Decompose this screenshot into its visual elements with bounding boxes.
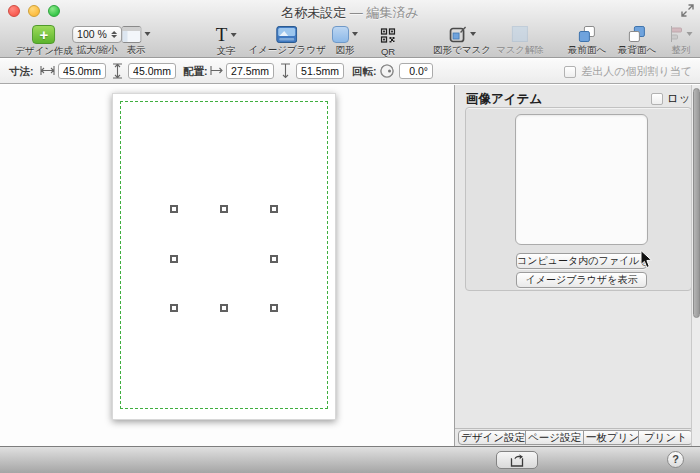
toolbar-label: 整列 <box>672 44 691 57</box>
y-position-field[interactable] <box>296 63 344 79</box>
toolbar-label: 最背面へ <box>618 44 656 57</box>
rotation-dial-icon[interactable] <box>380 64 394 78</box>
image-well[interactable] <box>515 114 648 245</box>
selection-handle-se[interactable] <box>270 304 278 312</box>
format-bar: 寸法: 配置: 回転: 差出人の個別割り当て <box>0 59 700 84</box>
x-position-field[interactable] <box>226 63 274 79</box>
margin-guide <box>120 101 328 409</box>
panel-scrollbar[interactable] <box>691 85 700 446</box>
rotation-label: 回転: <box>352 65 377 79</box>
toolbar-label: 文字 <box>216 45 235 58</box>
toolbar-label: QR <box>381 46 395 57</box>
mouse-cursor <box>640 250 653 269</box>
fullscreen-icon[interactable] <box>681 4 694 17</box>
send-to-back-icon <box>628 25 646 43</box>
chevron-down-icon <box>145 32 151 36</box>
tab-design-settings[interactable]: デザイン設定 <box>458 430 526 445</box>
toolbar-label: イメージブラウザ <box>248 44 326 57</box>
height-field[interactable] <box>128 63 176 79</box>
width-field[interactable] <box>58 63 106 79</box>
mask-shape-icon <box>448 25 467 43</box>
x-position-icon <box>210 65 223 76</box>
inspector-tabbar: デザイン設定 ページ設定 一枚プリント プリント <box>458 430 693 445</box>
position-label: 配置: <box>183 65 208 79</box>
plus-icon: + <box>32 25 55 44</box>
sender-assign-option: 差出人の個別割り当て <box>564 64 692 79</box>
toolbar-bring-to-front[interactable]: 最前面へ <box>568 25 606 57</box>
size-label: 寸法: <box>9 65 34 79</box>
toolbar-label: 最前面へ <box>568 44 606 57</box>
help-button[interactable]: ? <box>667 451 684 468</box>
toolbar-shape[interactable]: 図形 <box>332 25 358 57</box>
shape-icon <box>332 26 349 43</box>
toolbar-send-to-back[interactable]: 最背面へ <box>618 25 656 57</box>
rotation-field[interactable] <box>399 63 433 79</box>
inspector-panel: 画像アイテム ロック コンピュータ内のファイルを選択... イメージブラウザを表… <box>455 85 700 446</box>
image-browser-icon <box>277 26 298 43</box>
toolbar-align: 整列 <box>670 25 693 57</box>
scrollbar-thumb[interactable] <box>693 88 700 318</box>
chevron-down-icon <box>352 32 358 36</box>
toolbar-mask-with-shape[interactable]: 図形でマスク <box>433 25 491 57</box>
tab-page-settings[interactable]: ページ設定 <box>525 430 584 445</box>
toolbar-qr[interactable]: QR <box>381 25 396 57</box>
document-page[interactable] <box>112 93 336 420</box>
height-arrow-icon <box>112 63 123 79</box>
window-chrome: 名称未設定 — 編集済み + デザイン作成 100 % 拡大/縮小 表示 T 文… <box>0 0 700 58</box>
toolbar-image-browser[interactable]: イメージブラウザ <box>248 25 326 57</box>
toolbar-text[interactable]: T 文字 <box>216 25 237 57</box>
bottom-bar: ? <box>0 446 700 473</box>
sender-assign-checkbox <box>564 66 576 78</box>
titlebar[interactable]: 名称未設定 — 編集済み <box>0 0 700 21</box>
toolbar-label: 図形 <box>336 44 355 57</box>
toolbar-mask-release: マスク解除 <box>496 25 544 57</box>
toolbar-label: 表示 <box>127 44 146 57</box>
lock-checkbox[interactable] <box>651 93 663 105</box>
image-item-groupbox: コンピュータ内のファイルを選択... イメージブラウザを表示 <box>465 107 692 291</box>
width-arrow-icon <box>40 65 55 76</box>
chevron-down-icon <box>230 33 236 37</box>
toolbar-label: マスク解除 <box>496 44 544 57</box>
edited-state: — 編集済み <box>346 5 419 20</box>
tab-single-print[interactable]: 一枚プリント <box>583 430 639 445</box>
selection-handle-ne[interactable] <box>270 205 278 213</box>
document-title: 名称未設定 <box>281 5 346 20</box>
sender-assign-label: 差出人の個別割り当て <box>581 64 692 79</box>
selection-handle-sw[interactable] <box>170 304 178 312</box>
y-position-icon <box>280 63 291 79</box>
tab-print[interactable]: プリント <box>638 430 693 445</box>
selection-handle-nw[interactable] <box>170 205 178 213</box>
toolbar-zoom-stepper[interactable]: 100 % 拡大/縮小 <box>72 25 122 57</box>
stepper-arrows-icon[interactable] <box>111 31 117 38</box>
show-image-browser-button[interactable]: イメージブラウザを表示 <box>516 272 647 288</box>
mask-release-icon <box>512 26 528 42</box>
qr-code-icon <box>381 28 396 43</box>
toolbar-label: デザイン作成 <box>15 45 73 58</box>
bring-to-front-icon <box>578 25 596 43</box>
toolbar-create-design[interactable]: + デザイン作成 <box>15 25 73 57</box>
align-icon <box>670 26 684 42</box>
zoom-stepper[interactable]: 100 % <box>72 26 122 43</box>
toolbar-view[interactable]: 表示 <box>122 25 151 57</box>
chevron-down-icon <box>687 32 693 36</box>
tabbar-separator <box>455 428 700 429</box>
inspector-title: 画像アイテム <box>466 91 542 108</box>
toolbar-label: 図形でマスク <box>433 44 491 57</box>
window-title: 名称未設定 — 編集済み <box>0 4 700 22</box>
chevron-down-icon <box>470 32 476 36</box>
canvas-area[interactable] <box>0 85 454 446</box>
share-button[interactable] <box>496 451 538 469</box>
selection-handle-e[interactable] <box>270 255 278 263</box>
share-icon <box>510 454 524 467</box>
toolbar-label: 拡大/縮小 <box>77 44 118 57</box>
selection-handle-n[interactable] <box>220 205 228 213</box>
selection-handle-s[interactable] <box>220 304 228 312</box>
text-T-icon: T <box>216 25 228 44</box>
select-file-button[interactable]: コンピュータ内のファイルを選択... <box>516 253 647 269</box>
window-view-icon <box>122 26 142 43</box>
selection-handle-w[interactable] <box>170 255 178 263</box>
zoom-value: 100 % <box>77 28 107 40</box>
